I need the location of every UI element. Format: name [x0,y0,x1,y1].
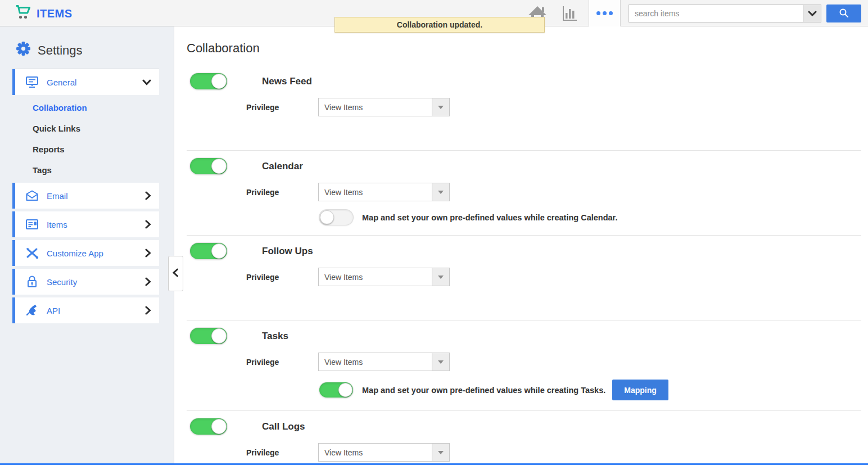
feature-name: Call Logs [262,421,305,432]
chevron-down-icon [808,8,817,19]
chevron-right-icon [145,306,151,317]
privilege-label: Privilege [246,448,318,457]
feature-section: Tasks Privilege View Items Map and set y… [187,320,861,410]
sections-container: News Feed Privilege View Items Calendar … [187,66,861,465]
sidebar-item-label: API [47,306,60,315]
dropdown-arrow-icon [432,268,449,286]
mapping-description: Map and set your own pre-defined values … [362,213,617,222]
privilege-selected-value: View Items [319,98,432,116]
dropdown-arrow-icon [432,183,449,201]
feature-section: News Feed Privilege View Items [187,66,861,150]
search-button[interactable] [826,4,861,22]
search-input[interactable] [629,4,803,22]
mapping-description: Map and set your own pre-defined values … [362,386,605,395]
sidebar-item-quick-links[interactable]: Quick Links [33,124,174,133]
sidebar-item-tags[interactable]: Tags [33,165,174,175]
mapping-button[interactable]: Mapping [612,380,668,400]
privilege-label: Privilege [246,188,318,197]
privilege-dropdown[interactable]: View Items [318,353,450,371]
sidebar-item-reports[interactable]: Reports [33,145,174,154]
privilege-selected-value: View Items [319,183,432,201]
feature-toggle[interactable] [190,243,227,259]
sidebar-item-customize-app[interactable]: Customize App [12,240,159,266]
feature-name: Follow Ups [262,246,313,257]
search-bar [629,4,861,22]
feature-name: Calendar [262,161,303,172]
sidebar-item-email[interactable]: Email [12,183,159,209]
bar-chart-icon[interactable] [561,5,578,24]
privilege-label: Privilege [246,358,318,367]
dropdown-arrow-icon [432,98,449,116]
sidebar-item-collaboration[interactable]: Collaboration [33,103,174,112]
chevron-left-icon [173,268,179,279]
cart-icon [15,4,31,23]
settings-header: Settings [0,26,174,69]
privilege-dropdown[interactable]: View Items [318,443,450,462]
sidebar-item-api[interactable]: API [12,297,159,323]
chevron-right-icon [145,220,151,231]
privilege-dropdown[interactable]: View Items [318,183,450,201]
dropdown-arrow-icon [432,444,449,461]
notification-text: Collaboration updated. [397,20,482,29]
privilege-label: Privilege [246,273,318,282]
sidebar-item-label: Customize App [47,249,103,258]
mapping-toggle[interactable] [319,210,353,225]
page-title: Collaboration [187,41,861,56]
sidebar-collapse-handle[interactable] [168,256,183,291]
search-scope-dropdown[interactable] [803,4,821,22]
sidebar-item-security[interactable]: Security [12,269,159,295]
privilege-selected-value: View Items [319,268,432,286]
sidebar-item-label: Items [47,220,67,229]
feature-section: Follow Ups Privilege View Items [187,235,861,320]
more-options-icon[interactable] [589,0,621,26]
sidebar-item-label: Security [47,277,77,287]
feature-section: Calendar Privilege View Items Map and se… [187,150,861,235]
gear-icon [16,41,31,60]
chevron-right-icon [145,191,151,202]
envelope-icon [25,190,39,201]
privilege-selected-value: View Items [319,444,432,461]
privilege-dropdown[interactable]: View Items [318,268,450,286]
privilege-selected-value: View Items [319,353,432,371]
app-title: ITEMS [37,7,73,20]
privilege-label: Privilege [246,103,318,112]
notification-banner: Collaboration updated. [334,17,545,33]
main-content: Collaboration News Feed Privilege View I… [174,26,868,465]
sidebar-item-items[interactable]: Items [12,211,159,237]
mapping-toggle[interactable] [319,382,353,398]
chevron-right-icon [145,277,151,288]
sidebar-item-general[interactable]: General [12,69,159,95]
settings-title: Settings [38,43,83,58]
search-icon [839,8,849,20]
screen-icon [25,76,39,88]
general-sublinks: Collaboration Quick Links Reports Tags [0,95,174,183]
sidebar-item-label: General [47,78,76,87]
feature-toggle[interactable] [190,418,227,435]
tools-icon [25,247,39,259]
feature-toggle[interactable] [190,328,227,344]
card-list-icon [25,219,39,230]
feature-toggle[interactable] [190,158,227,174]
feature-name: Tasks [262,331,288,342]
settings-sidebar: Settings General Collaboration Quick Lin… [0,26,174,465]
feature-name: News Feed [262,76,312,87]
chevron-down-icon [142,78,151,88]
feature-toggle[interactable] [190,73,227,89]
feature-section: Call Logs Privilege View Items Map and s… [187,410,861,465]
plug-icon [25,304,39,317]
sidebar-item-label: Email [47,191,68,201]
dropdown-arrow-icon [432,353,449,371]
lock-icon [25,276,39,288]
chevron-right-icon [145,249,151,260]
privilege-dropdown[interactable]: View Items [318,98,450,116]
app-logo[interactable]: ITEMS [15,4,73,23]
